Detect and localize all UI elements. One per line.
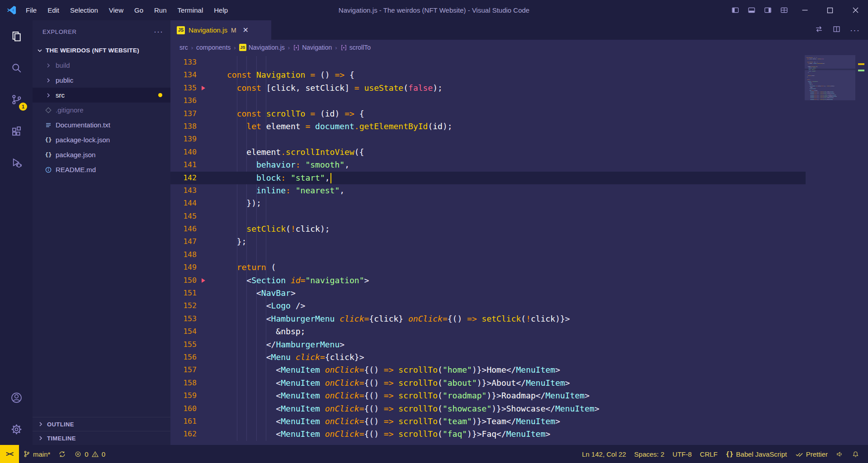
customize-layout-icon[interactable] bbox=[776, 0, 792, 20]
line-number[interactable]: 143 bbox=[170, 184, 208, 197]
feedback-icon[interactable] bbox=[832, 450, 848, 458]
line-number[interactable]: 150 bbox=[170, 274, 208, 287]
explorer-icon[interactable] bbox=[0, 20, 33, 52]
minimap[interactable]: const Navigation = () => { const [click,… bbox=[805, 55, 855, 445]
line-number[interactable]: 135 bbox=[170, 82, 208, 94]
code-line[interactable]: const Navigation = () => { bbox=[227, 69, 806, 81]
language-mode[interactable]: {} Babel JavaScript bbox=[722, 450, 791, 458]
line-number[interactable]: 133 bbox=[170, 56, 208, 69]
notifications-bell-icon[interactable] bbox=[848, 450, 863, 458]
code-line[interactable] bbox=[227, 133, 806, 145]
line-number[interactable]: 146 bbox=[170, 223, 208, 235]
line-number[interactable]: 139 bbox=[170, 133, 208, 145]
line-number[interactable]: 156 bbox=[170, 351, 208, 364]
code-line[interactable]: block: "start", bbox=[208, 172, 806, 184]
line-number[interactable]: 140 bbox=[170, 146, 208, 159]
code-pane[interactable]: const Navigation = () => { const [click,… bbox=[208, 56, 806, 441]
minimap-slider[interactable] bbox=[805, 55, 855, 100]
cursor-position[interactable]: Ln 142, Col 22 bbox=[578, 450, 630, 458]
minimize-button[interactable] bbox=[792, 0, 817, 20]
toggle-secondary-sidebar-icon[interactable] bbox=[760, 0, 776, 20]
tree-item-readme-md[interactable]: README.md bbox=[33, 162, 170, 177]
more-actions-icon[interactable]: ··· bbox=[850, 25, 860, 35]
code-line[interactable]: <MenuItem onClick={() => scrollTo("about… bbox=[227, 377, 806, 389]
line-number[interactable]: 136 bbox=[170, 94, 208, 107]
open-changes-icon[interactable] bbox=[815, 25, 823, 35]
line-number[interactable]: 162 bbox=[170, 428, 208, 440]
code-line[interactable]: <MenuItem onClick={() => scrollTo("faq")… bbox=[227, 428, 806, 440]
project-root-folder[interactable]: THE WEIRDOS (NFT WEBSITE) bbox=[33, 43, 170, 58]
line-number[interactable]: 153 bbox=[170, 313, 208, 325]
code-line[interactable]: <HamburgerMenu click={click} onClick={()… bbox=[227, 313, 806, 325]
code-line[interactable]: <Logo /> bbox=[227, 299, 806, 312]
eol-status[interactable]: CRLF bbox=[696, 450, 722, 458]
menu-go[interactable]: Go bbox=[129, 0, 149, 20]
code-line[interactable]: <Section id="navigation"> bbox=[227, 274, 806, 287]
vertical-scrollbar[interactable] bbox=[855, 55, 868, 445]
line-number[interactable]: 141 bbox=[170, 159, 208, 171]
code-line[interactable]: element.scrollIntoView({ bbox=[227, 146, 806, 159]
line-number[interactable]: 158 bbox=[170, 377, 208, 389]
explorer-more-actions-icon[interactable]: ··· bbox=[154, 27, 163, 37]
line-number[interactable]: 147 bbox=[170, 235, 208, 248]
remote-indicator[interactable]: >< bbox=[0, 445, 19, 463]
breadcrumb-src[interactable]: src bbox=[179, 44, 188, 51]
source-control-icon[interactable]: 1 bbox=[0, 84, 33, 115]
line-number[interactable]: 134 bbox=[170, 69, 208, 81]
line-number[interactable]: 138 bbox=[170, 120, 208, 133]
sync-button[interactable] bbox=[54, 445, 70, 463]
line-number[interactable]: 159 bbox=[170, 389, 208, 402]
menu-run[interactable]: Run bbox=[149, 0, 172, 20]
code-line[interactable] bbox=[227, 56, 806, 69]
menu-view[interactable]: View bbox=[104, 0, 129, 20]
tree-item-src[interactable]: src bbox=[33, 88, 170, 103]
run-debug-icon[interactable] bbox=[0, 147, 33, 178]
maximize-button[interactable] bbox=[817, 0, 843, 20]
tab-close-icon[interactable]: ✕ bbox=[243, 27, 249, 34]
code-line[interactable]: <MenuItem onClick={() => scrollTo("showc… bbox=[227, 402, 806, 415]
code-line[interactable]: <MenuItem onClick={() => scrollTo("team"… bbox=[227, 415, 806, 428]
outline-section[interactable]: OUTLINE bbox=[33, 417, 170, 431]
line-number[interactable]: 152 bbox=[170, 299, 208, 312]
code-line[interactable]: let element = document.getElementById(id… bbox=[227, 120, 806, 133]
breadcrumb-navigation[interactable]: Navigation bbox=[293, 44, 332, 51]
menu-edit[interactable]: Edit bbox=[42, 0, 65, 20]
line-number[interactable]: 142 bbox=[170, 172, 208, 184]
settings-gear-icon[interactable] bbox=[0, 413, 33, 445]
line-number[interactable]: 145 bbox=[170, 210, 208, 223]
code-line[interactable]: const scrollTo = (id) => { bbox=[227, 108, 806, 120]
breadcrumb-scrollto[interactable]: scrollTo bbox=[340, 44, 371, 51]
split-editor-icon[interactable] bbox=[832, 25, 841, 35]
breadcrumb-components[interactable]: components bbox=[196, 44, 231, 51]
line-number[interactable]: 155 bbox=[170, 338, 208, 351]
code-line[interactable]: behavior: "smooth", bbox=[227, 159, 806, 171]
tree-item-public[interactable]: public bbox=[33, 73, 170, 88]
code-line[interactable]: }); bbox=[227, 197, 806, 210]
search-icon[interactable] bbox=[0, 52, 33, 84]
branch-status[interactable]: main* bbox=[19, 445, 54, 463]
toggle-panel-icon[interactable] bbox=[743, 0, 760, 20]
tree-item-documentation-txt[interactable]: Documentation.txt bbox=[33, 117, 170, 132]
tree-item-build[interactable]: build bbox=[33, 58, 170, 73]
menu-terminal[interactable]: Terminal bbox=[172, 0, 209, 20]
code-line[interactable]: return ( bbox=[227, 261, 806, 274]
line-number[interactable]: 137 bbox=[170, 108, 208, 120]
timeline-section[interactable]: TIMELINE bbox=[33, 431, 170, 445]
code-line[interactable]: setClick(!click); bbox=[227, 223, 806, 235]
code-line[interactable]: const [click, setClick] = useState(false… bbox=[227, 82, 806, 94]
code-line[interactable]: <NavBar> bbox=[227, 287, 806, 299]
menu-file[interactable]: File bbox=[20, 0, 42, 20]
code-line[interactable]: }; bbox=[227, 235, 806, 248]
line-number[interactable]: 144 bbox=[170, 197, 208, 210]
code-line[interactable]: <Menu click={click}> bbox=[227, 351, 806, 364]
line-number[interactable]: 157 bbox=[170, 364, 208, 376]
close-button[interactable] bbox=[843, 0, 868, 20]
code-line[interactable]: &nbsp; bbox=[227, 325, 806, 338]
line-number[interactable]: 151 bbox=[170, 287, 208, 299]
encoding-status[interactable]: UTF-8 bbox=[669, 450, 696, 458]
code-line[interactable] bbox=[227, 210, 806, 223]
code-line[interactable] bbox=[227, 94, 806, 107]
formatter-status[interactable]: Prettier bbox=[791, 450, 832, 458]
tree-item--gitignore[interactable]: .gitignore bbox=[33, 103, 170, 117]
extensions-icon[interactable] bbox=[0, 115, 33, 147]
